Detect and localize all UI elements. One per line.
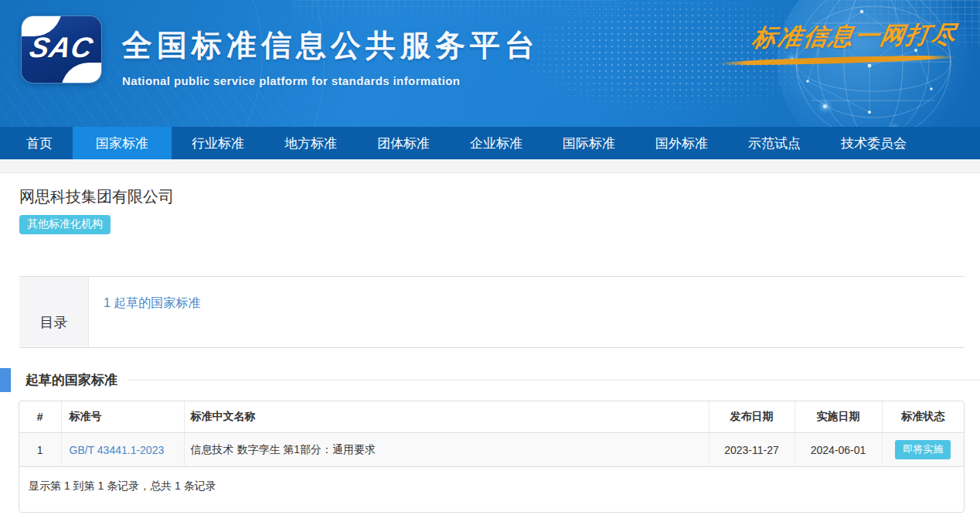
toc-link-drafted-national-standards[interactable]: 1 起草的国家标准 [104,296,200,309]
nav-item-technical-committee[interactable]: 技术委员会 [821,127,927,159]
standards-table: # 标准号 标准中文名称 发布日期 实施日期 标准状态 1 GB/T 43441… [19,401,964,467]
nav-item-home[interactable]: 首页 [6,127,73,159]
nav-item-industry-standards[interactable]: 行业标准 [172,127,264,159]
sac-logo[interactable]: SAC [22,16,101,83]
nav-item-foreign-standards[interactable]: 国外标准 [635,127,728,159]
section-title: 起草的国家标准 [26,371,117,389]
logo-swoosh [61,63,101,83]
status-badge: 即将实施 [895,440,951,459]
cell-implement-date: 2024-06-01 [795,433,882,467]
main-content: 网思科技集团有限公司 其他标准化机构 目录 1 起草的国家标准 起草的国家标准 … [0,186,980,513]
nav-item-local-standards[interactable]: 地方标准 [264,127,357,159]
sub-nav-strip [0,159,980,173]
nav-item-group-standards[interactable]: 团体标准 [357,127,450,159]
main-nav: 首页 国家标准 行业标准 地方标准 团体标准 企业标准 国际标准 国外标准 示范… [0,127,980,159]
slogan-text: 标准信息一网打尽 [750,19,959,55]
section-marker [0,368,11,392]
cell-index: 1 [19,433,61,467]
site-title-english: National public service platform for sta… [122,74,539,87]
column-header-publish-date: 发布日期 [709,401,795,433]
slogan: 标准信息一网打尽 [725,20,957,63]
column-header-implement-date: 实施日期 [795,401,882,433]
table-row: 1 GB/T 43441.1-2023 信息技术 数字孪生 第1部分：通用要求 … [19,433,964,467]
logo-text: SAC [22,32,101,64]
nav-item-demonstration-pilot[interactable]: 示范试点 [728,127,821,159]
toc-label: 目录 [19,277,89,347]
table-header-row: # 标准号 标准中文名称 发布日期 实施日期 标准状态 [19,401,964,433]
standard-code-link[interactable]: GB/T 43441.1-2023 [70,444,165,456]
standards-table-panel: # 标准号 标准中文名称 发布日期 实施日期 标准状态 1 GB/T 43441… [19,401,965,513]
column-header-standard-code: 标准号 [61,401,184,433]
site-header: SAC 全国标准信息公共服务平台 National public service… [0,0,980,127]
toc-box: 目录 1 起草的国家标准 [19,276,965,348]
column-header-standard-status: 标准状态 [882,401,964,433]
nav-item-international-standards[interactable]: 国际标准 [543,127,635,159]
site-title-chinese: 全国标准信息公共服务平台 [122,25,539,67]
nav-item-enterprise-standards[interactable]: 企业标准 [450,127,543,159]
site-titles: 全国标准信息公共服务平台 National public service pla… [122,25,539,87]
column-header-index: # [19,401,61,433]
nav-item-national-standards[interactable]: 国家标准 [73,127,172,159]
records-summary: 显示第 1 到第 1 条记录，总共 1 条记录 [19,467,964,512]
section-divider-line [128,380,980,380]
organization-name: 网思科技集团有限公司 [19,186,965,207]
section-header: 起草的国家标准 [0,368,980,392]
cell-standard-name: 信息技术 数字孪生 第1部分：通用要求 [184,433,709,467]
column-header-standard-name: 标准中文名称 [184,401,709,433]
organization-type-badge: 其他标准化机构 [19,215,111,234]
cell-publish-date: 2023-11-27 [709,433,795,467]
